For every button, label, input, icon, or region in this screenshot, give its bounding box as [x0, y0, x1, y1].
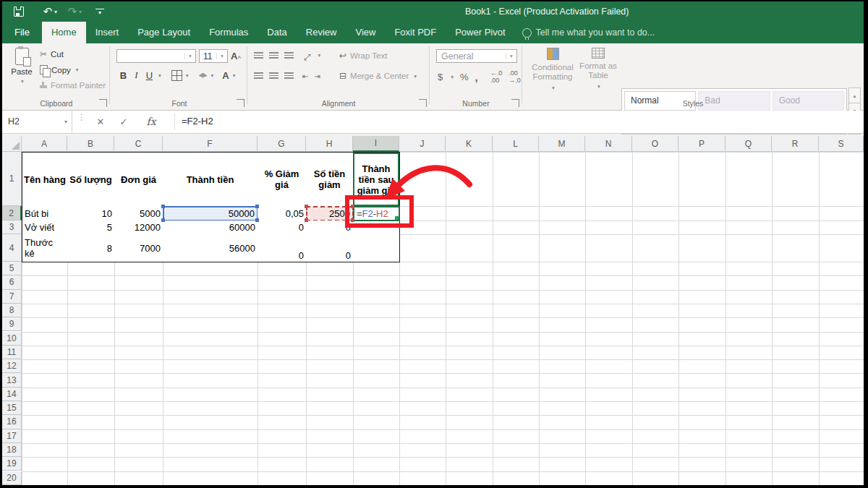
enter-icon[interactable]: ✓: [114, 111, 134, 132]
tab-view[interactable]: View: [346, 22, 385, 43]
decrease-decimal-icon[interactable]: .00→.0: [509, 69, 521, 84]
increase-font-size-icon[interactable]: A˄: [231, 51, 241, 61]
cancel-icon[interactable]: ✕: [90, 111, 111, 132]
format-as-table-button[interactable]: Format as Table ▾: [575, 48, 621, 90]
row-header-18[interactable]: 18: [2, 443, 22, 457]
number-dialog-launcher-icon[interactable]: [511, 99, 519, 107]
cell-A4[interactable]: Thước kẻ: [22, 234, 68, 262]
bold-button[interactable]: B: [118, 70, 129, 81]
underline-dropdown-icon[interactable]: ▾: [158, 72, 161, 79]
column-header-r[interactable]: R: [772, 136, 819, 152]
decrease-indent-icon[interactable]: ⇤: [302, 72, 308, 80]
column-header-i[interactable]: I: [353, 136, 399, 152]
copy-button[interactable]: Copy ▾: [40, 65, 79, 74]
tab-formulas[interactable]: Formulas: [200, 22, 258, 43]
tab-page-layout[interactable]: Page Layout: [128, 22, 200, 43]
font-size-combo[interactable]: 11 ▾: [199, 49, 228, 63]
row-header-7[interactable]: 7: [2, 290, 22, 304]
cell-G3[interactable]: 0: [258, 221, 307, 235]
cell-style-good[interactable]: Good: [773, 91, 844, 111]
table-header-cell-th-nh-ti-n[interactable]: Thành tiền: [163, 152, 258, 207]
tab-data[interactable]: Data: [258, 22, 296, 43]
table-header-cell-s-l-ng[interactable]: Số lượng: [67, 152, 115, 207]
row-header-4[interactable]: 4: [2, 234, 22, 262]
column-header-c[interactable]: C: [114, 136, 163, 152]
save-icon[interactable]: [9, 4, 28, 19]
percent-style-icon[interactable]: %: [460, 72, 469, 82]
conditional-formatting-dropdown-icon[interactable]: ▾: [552, 85, 555, 91]
row-header-3[interactable]: 3: [2, 221, 22, 234]
column-header-q[interactable]: Q: [726, 136, 772, 152]
formula-bar-grip[interactable]: ⋮: [77, 115, 86, 119]
wrap-text-button[interactable]: ↩ Wrap Text: [339, 51, 387, 61]
tab-foxit-pdf[interactable]: Foxit PDF: [385, 22, 446, 43]
tab-home[interactable]: Home: [42, 22, 86, 43]
row-header-8[interactable]: 8: [2, 304, 22, 317]
column-header-o[interactable]: O: [632, 136, 678, 152]
cell-C2[interactable]: 5000: [114, 206, 163, 221]
align-right-icon[interactable]: [284, 72, 294, 79]
cell-G4[interactable]: 0: [258, 234, 307, 262]
align-left-icon[interactable]: [254, 72, 263, 79]
column-header-s[interactable]: S: [819, 136, 864, 152]
cell-B3[interactable]: 5: [67, 221, 115, 235]
tab-review[interactable]: Review: [297, 22, 346, 43]
cell-G2[interactable]: 0,05: [258, 206, 307, 221]
row-header-11[interactable]: 11: [2, 346, 22, 359]
cell-I4[interactable]: [353, 234, 400, 262]
row-header-9[interactable]: 9: [2, 317, 22, 331]
row-header-10[interactable]: 10: [2, 332, 22, 346]
row-header-20[interactable]: 20: [2, 471, 22, 485]
cell-H4[interactable]: 0: [306, 234, 354, 262]
font-size-dropdown-icon[interactable]: ▾: [216, 53, 227, 59]
table-header-cell--n-gi-[interactable]: Đơn giá: [114, 152, 163, 207]
orientation-icon[interactable]: ⤢: [304, 52, 311, 62]
font-dialog-launcher-icon[interactable]: [237, 99, 244, 107]
column-header-f[interactable]: F: [163, 136, 258, 152]
align-center-icon[interactable]: [269, 72, 278, 79]
column-header-p[interactable]: P: [678, 136, 726, 152]
row-header-6[interactable]: 6: [2, 275, 22, 289]
name-box-dropdown-icon[interactable]: ▾: [64, 119, 67, 125]
merge-center-button[interactable]: ⊟ Merge & Center ▾: [339, 71, 417, 81]
clipboard-dialog-launcher-icon[interactable]: [99, 99, 107, 107]
paste-button[interactable]: Paste ▾: [8, 48, 35, 100]
formula-input[interactable]: =F2-H2: [182, 111, 213, 132]
cut-button[interactable]: ✂ Cut: [40, 49, 64, 59]
cell-B2[interactable]: 10: [67, 206, 115, 221]
tab-power-pivot[interactable]: Power Pivot: [446, 22, 514, 43]
row-header-17[interactable]: 17: [2, 429, 22, 443]
row-header-19[interactable]: 19: [2, 457, 22, 471]
tab-file[interactable]: File: [2, 22, 42, 43]
cell-C3[interactable]: 12000: [114, 221, 163, 235]
accounting-format-icon[interactable]: $: [438, 72, 443, 82]
cell-C4[interactable]: 7000: [114, 234, 163, 262]
alignment-dialog-launcher-icon[interactable]: [419, 99, 427, 107]
increase-indent-icon[interactable]: ⇥: [314, 72, 320, 80]
column-header-h[interactable]: H: [306, 136, 353, 152]
merge-center-dropdown-icon[interactable]: ▾: [414, 73, 417, 80]
borders-icon[interactable]: [171, 70, 182, 81]
cell-A3[interactable]: Vở viết: [22, 221, 68, 235]
row-header-2[interactable]: 2: [2, 206, 22, 221]
paste-dropdown-icon[interactable]: ▾: [21, 78, 24, 85]
column-header-n[interactable]: N: [585, 136, 632, 152]
undo-dropdown-icon[interactable]: ▾: [54, 9, 57, 15]
fill-color-icon[interactable]: [199, 73, 208, 78]
redo-dropdown-icon[interactable]: ▾: [79, 9, 82, 15]
copy-dropdown-icon[interactable]: ▾: [76, 67, 79, 73]
name-box[interactable]: H2 ▾: [2, 111, 72, 132]
column-header-k[interactable]: K: [446, 136, 493, 152]
column-header-b[interactable]: B: [67, 136, 114, 152]
table-header-cell--gi-m-gi-[interactable]: % Giảm giá: [258, 152, 307, 207]
column-header-a[interactable]: A: [22, 136, 67, 152]
insert-function-icon[interactable]: fx: [141, 111, 161, 132]
row-header-16[interactable]: 16: [2, 415, 22, 429]
format-painter-button[interactable]: Format Painter: [40, 81, 106, 90]
column-header-j[interactable]: J: [399, 136, 446, 152]
number-format-combo[interactable]: General ▾: [436, 49, 517, 63]
accounting-dropdown-icon[interactable]: ▾: [451, 74, 454, 80]
increase-decimal-icon[interactable]: ←.0.00: [490, 69, 503, 84]
font-color-dropdown-icon[interactable]: ▾: [233, 72, 236, 79]
cell-F2[interactable]: 50000: [163, 206, 258, 221]
